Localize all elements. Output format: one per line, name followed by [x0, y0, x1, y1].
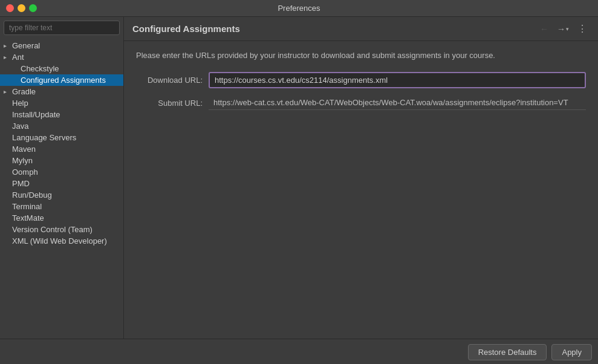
restore-defaults-button[interactable]: Restore Defaults: [468, 344, 547, 360]
sidebar-item-terminal[interactable]: Terminal: [0, 201, 123, 212]
sidebar-item-oomph[interactable]: Oomph: [0, 166, 123, 178]
sidebar-item-run-debug[interactable]: Run/Debug: [0, 189, 123, 201]
description-text: Please enter the URLs provided by your i…: [136, 51, 586, 60]
download-url-row: Download URL:: [136, 72, 586, 88]
download-url-label: Download URL:: [136, 76, 209, 85]
sidebar-item-label: Checkstyle: [21, 64, 59, 73]
sidebar-item-label: Install/Update: [12, 110, 60, 119]
dropdown-arrow-icon: ▾: [566, 26, 569, 32]
menu-button[interactable]: ⋮: [575, 22, 590, 36]
sidebar: General Ant Checkstyle Configured Assign…: [0, 17, 124, 339]
sidebar-item-ant[interactable]: Ant: [0, 51, 123, 63]
chevron-icon: [4, 88, 12, 95]
main-layout: General Ant Checkstyle Configured Assign…: [0, 17, 598, 339]
sidebar-item-textmate[interactable]: TextMate: [0, 212, 123, 224]
close-button[interactable]: [6, 4, 14, 12]
bottom-row-apply: Restore Defaults Apply: [0, 339, 598, 363]
sidebar-item-configured-assignments[interactable]: Configured Assignments: [0, 74, 123, 86]
content-body: Please enter the URLs provided by your i…: [124, 41, 598, 339]
chevron-icon: [4, 42, 12, 49]
content-panel: Configured Assignments ← → ▾ ⋮ Please en…: [124, 17, 598, 339]
sidebar-item-label: Mylyn: [12, 156, 33, 165]
content-header: Configured Assignments ← → ▾ ⋮: [124, 17, 598, 41]
page-title: Configured Assignments: [132, 24, 534, 34]
sidebar-item-label: General: [12, 41, 40, 50]
sidebar-item-label: Help: [12, 99, 28, 108]
sidebar-item-label: Version Control (Team): [12, 225, 93, 234]
sidebar-item-label: Java: [12, 122, 28, 131]
sidebar-item-label: Run/Debug: [12, 190, 52, 200]
sidebar-item-pmd[interactable]: PMD: [0, 178, 123, 189]
sidebar-item-xml[interactable]: XML (Wild Web Developer): [0, 235, 123, 247]
sidebar-item-label: TextMate: [12, 213, 44, 223]
sidebar-item-install-update[interactable]: Install/Update: [0, 109, 123, 120]
sidebar-item-label: Configured Assignments: [21, 76, 106, 85]
title-bar: Preferences: [0, 0, 598, 17]
forward-icon: →: [557, 24, 565, 34]
sidebar-item-language-servers[interactable]: Language Servers: [0, 132, 123, 143]
sidebar-item-general[interactable]: General: [0, 40, 123, 51]
sidebar-item-label: Language Servers: [12, 133, 76, 142]
chevron-icon: [4, 54, 12, 60]
sidebar-item-label: Terminal: [12, 202, 42, 211]
sidebar-item-label: Oomph: [12, 167, 38, 177]
apply-button[interactable]: Apply: [551, 344, 592, 360]
back-button[interactable]: ←: [538, 23, 551, 35]
sidebar-item-version-control[interactable]: Version Control (Team): [0, 224, 123, 235]
download-url-input[interactable]: [209, 72, 586, 88]
sidebar-item-mylyn[interactable]: Mylyn: [0, 155, 123, 166]
sidebar-item-label: PMD: [12, 179, 30, 188]
maximize-button[interactable]: [29, 4, 37, 12]
submit-url-value: https://web-cat.cs.vt.edu/Web-CAT/WebObj…: [209, 96, 586, 110]
forward-button[interactable]: → ▾: [554, 23, 571, 35]
sidebar-item-help[interactable]: Help: [0, 97, 123, 109]
submit-url-row: Submit URL: https://web-cat.cs.vt.edu/We…: [136, 96, 586, 110]
tree: General Ant Checkstyle Configured Assign…: [0, 39, 123, 339]
minimize-button[interactable]: [18, 4, 25, 12]
window-controls: [6, 4, 37, 12]
sidebar-item-java[interactable]: Java: [0, 120, 123, 132]
sidebar-item-label: Gradle: [12, 87, 36, 96]
sidebar-item-label: XML (Wild Web Developer): [12, 236, 107, 245]
sidebar-item-label: Maven: [12, 145, 36, 154]
sidebar-item-maven[interactable]: Maven: [0, 143, 123, 155]
bottom-area: Restore Defaults Apply ?: [0, 339, 598, 364]
window-title: Preferences: [278, 4, 320, 13]
sidebar-item-label: Ant: [12, 53, 24, 62]
submit-url-label: Submit URL:: [136, 99, 209, 108]
sidebar-item-checkstyle[interactable]: Checkstyle: [0, 63, 123, 74]
filter-input[interactable]: [4, 21, 120, 35]
sidebar-item-gradle[interactable]: Gradle: [0, 86, 123, 97]
